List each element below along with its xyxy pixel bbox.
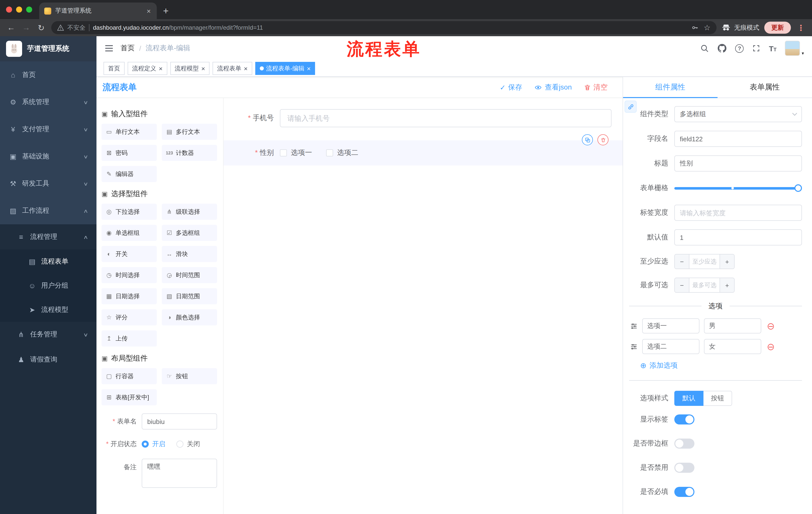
zoom-window-button[interactable] bbox=[26, 6, 32, 12]
browser-tab[interactable]: 芋道管理系统 × bbox=[39, 2, 157, 19]
close-window-button[interactable] bbox=[6, 6, 12, 12]
sidebar-item-process-management[interactable]: ≡ 流程管理 ∧ bbox=[0, 224, 96, 249]
label-width-input[interactable] bbox=[674, 205, 802, 221]
breadcrumb-home[interactable]: 首页 bbox=[121, 44, 135, 53]
radio-open[interactable]: 开启 bbox=[142, 439, 165, 449]
palette-item-multi-line-text[interactable]: ▤多行文本 bbox=[162, 124, 217, 140]
view-json-button[interactable]: 查看json bbox=[534, 83, 572, 92]
border-toggle[interactable] bbox=[674, 438, 694, 449]
close-tab-icon[interactable]: × bbox=[146, 7, 152, 15]
tag-home[interactable]: 首页 bbox=[104, 62, 125, 75]
style-default-button[interactable]: 默认 bbox=[674, 391, 703, 406]
palette-item-time-range[interactable]: ◶时间范围 bbox=[162, 267, 217, 283]
add-option-button[interactable]: ⊕ 添加选项 bbox=[640, 361, 802, 370]
palette-item-table[interactable]: ⊞表格[开发中] bbox=[102, 389, 157, 405]
palette-item-counter[interactable]: 123计数器 bbox=[162, 145, 217, 161]
palette-item-date-range[interactable]: ▧日期范围 bbox=[162, 288, 217, 304]
forward-button[interactable]: → bbox=[21, 23, 31, 32]
sidebar-item-user-group[interactable]: ☺ 用户分组 bbox=[0, 274, 96, 298]
option-value-input[interactable] bbox=[704, 339, 761, 354]
plus-icon[interactable]: + bbox=[720, 278, 734, 292]
plus-icon[interactable]: + bbox=[720, 254, 734, 269]
sidebar-item-process-form[interactable]: ▤ 流程表单 bbox=[0, 249, 96, 274]
sidebar-item-payment[interactable]: ¥ 支付管理 ∨ bbox=[0, 116, 96, 143]
field-name-input[interactable] bbox=[674, 131, 802, 147]
palette-item-button[interactable]: ☞按钮 bbox=[162, 368, 217, 384]
hamburger-icon[interactable] bbox=[105, 44, 114, 52]
style-button-button[interactable]: 按钮 bbox=[703, 391, 732, 406]
close-icon[interactable]: × bbox=[159, 64, 163, 72]
tag-process-definition[interactable]: 流程定义 × bbox=[127, 62, 167, 75]
palette-item-upload[interactable]: ↥上传 bbox=[102, 330, 157, 347]
palette-item-cascader[interactable]: ⋔级联选择 bbox=[162, 204, 217, 220]
new-tab-button[interactable]: + bbox=[159, 4, 173, 18]
sidebar-item-process-model[interactable]: ➤ 流程模型 bbox=[0, 298, 96, 322]
form-remark-input[interactable]: 嘿嘿 bbox=[142, 459, 217, 488]
disabled-toggle[interactable] bbox=[674, 463, 694, 473]
drag-handle-icon[interactable] bbox=[630, 322, 638, 330]
radio-closed[interactable]: 关闭 bbox=[176, 439, 200, 449]
sidebar-item-workflow[interactable]: ▨ 工作流程 ∧ bbox=[0, 197, 96, 224]
avatar[interactable] bbox=[785, 41, 800, 56]
show-label-toggle[interactable] bbox=[674, 414, 694, 425]
remove-option-icon[interactable]: ⊖ bbox=[767, 342, 775, 351]
checkbox-icon[interactable] bbox=[280, 150, 287, 156]
tag-process-model[interactable]: 流程模型 × bbox=[170, 62, 209, 75]
tab-form-props[interactable]: 表单属性 bbox=[718, 77, 812, 98]
remove-option-icon[interactable]: ⊖ bbox=[767, 321, 775, 331]
fullscreen-icon[interactable] bbox=[752, 44, 760, 52]
phone-field-input[interactable] bbox=[280, 109, 611, 127]
palette-item-switch[interactable]: ◐开关 bbox=[102, 246, 157, 262]
palette-item-single-line-text[interactable]: ▭单行文本 bbox=[102, 124, 157, 140]
github-icon[interactable] bbox=[718, 44, 727, 53]
canvas-field-gender-selected[interactable]: 性别 选项一 选项二 bbox=[224, 140, 622, 165]
search-icon[interactable] bbox=[700, 44, 709, 53]
address-bar[interactable]: 不安全 dashboard.yudao.iocoder.cn/bpm/manag… bbox=[51, 21, 717, 34]
component-type-select[interactable]: 多选框组 bbox=[674, 106, 802, 122]
checkbox-icon[interactable] bbox=[326, 150, 333, 156]
palette-item-slider[interactable]: ↔滑块 bbox=[162, 246, 217, 262]
tag-process-form[interactable]: 流程表单 × bbox=[212, 62, 252, 75]
palette-item-editor[interactable]: ✎编辑器 bbox=[102, 166, 157, 182]
palette-item-time-picker[interactable]: ◷时间选择 bbox=[102, 267, 157, 283]
palette-item-color-picker[interactable]: ◑颜色选择 bbox=[162, 309, 217, 325]
minimize-window-button[interactable] bbox=[16, 6, 22, 12]
back-button[interactable]: ← bbox=[6, 23, 16, 32]
palette-item-rate[interactable]: ☆评分 bbox=[102, 309, 157, 325]
canvas-field-phone[interactable]: 手机号 bbox=[230, 109, 611, 127]
palette-item-password[interactable]: ⊠密码 bbox=[102, 145, 157, 161]
sidebar-item-task-management[interactable]: ⋔ 任务管理 ∨ bbox=[0, 322, 96, 347]
palette-item-row-container[interactable]: ▢行容器 bbox=[102, 368, 157, 384]
help-icon[interactable]: ? bbox=[735, 44, 744, 53]
option-label-input[interactable] bbox=[642, 318, 699, 333]
form-name-input[interactable] bbox=[142, 413, 217, 430]
sidebar-item-devtools[interactable]: ⚒ 研发工具 ∨ bbox=[0, 170, 96, 197]
sidebar-item-system[interactable]: ⚙ 系统管理 ∨ bbox=[0, 88, 96, 116]
palette-item-date-picker[interactable]: ▦日期选择 bbox=[102, 288, 157, 304]
checkbox-option-2[interactable]: 选项二 bbox=[326, 148, 358, 157]
drag-handle-icon[interactable] bbox=[630, 343, 638, 350]
reload-button[interactable]: ↻ bbox=[36, 23, 46, 32]
user-menu[interactable]: ▾ bbox=[785, 41, 804, 56]
title-input[interactable] bbox=[674, 155, 802, 171]
max-select-value[interactable]: 最多可选 bbox=[689, 278, 720, 292]
min-select-value[interactable]: 至少应选 bbox=[689, 254, 720, 269]
checkbox-option-1[interactable]: 选项一 bbox=[280, 148, 312, 157]
minus-icon[interactable]: − bbox=[675, 254, 689, 269]
palette-item-radio-group[interactable]: ◉单选框组 bbox=[102, 225, 157, 241]
minus-icon[interactable]: − bbox=[675, 278, 689, 292]
delete-component-button[interactable] bbox=[598, 134, 609, 145]
bookmark-star-icon[interactable]: ☆ bbox=[704, 23, 710, 32]
browser-menu-icon[interactable]: ⋮ bbox=[796, 23, 806, 32]
clear-button[interactable]: 清空 bbox=[584, 83, 608, 92]
close-icon[interactable]: × bbox=[201, 64, 205, 72]
required-toggle[interactable] bbox=[674, 487, 694, 497]
sidebar-item-infrastructure[interactable]: ▣ 基础设施 ∨ bbox=[0, 143, 96, 170]
sidebar-item-home[interactable]: ⌂ 首页 bbox=[0, 61, 96, 88]
option-label-input[interactable] bbox=[642, 339, 699, 354]
save-button[interactable]: ✓ 保存 bbox=[500, 83, 522, 92]
font-size-icon[interactable]: TT bbox=[769, 44, 777, 53]
option-value-input[interactable] bbox=[704, 318, 761, 333]
slider-handle[interactable] bbox=[794, 184, 802, 192]
tab-component-props[interactable]: 组件属性 bbox=[623, 77, 718, 98]
